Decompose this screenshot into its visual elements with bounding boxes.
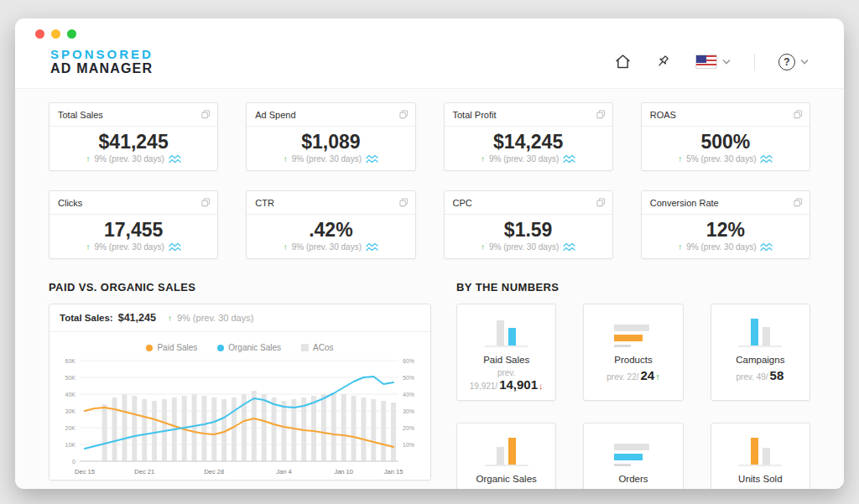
- legend-dot-paid: [146, 345, 153, 351]
- minimize-window-button[interactable]: [51, 29, 60, 39]
- legend-label: Paid Sales: [157, 343, 197, 352]
- prev-value: prev. 49/: [736, 372, 768, 382]
- svg-text:40K: 40K: [65, 392, 76, 397]
- kpi-card-conversion-rate: Conversion Rate 12% ↑ 9% (prev. 30 days): [641, 190, 810, 259]
- sparkline-icon: [563, 154, 575, 164]
- sparkline-icon: [563, 242, 575, 252]
- prev-value: prev. 20,143/: [470, 487, 516, 489]
- copy-icon[interactable]: [794, 195, 803, 210]
- number-card-title: Campaigns: [716, 355, 804, 365]
- app-window: SPONSORED AD MANAGER: [15, 18, 844, 489]
- trend-up-arrow: ↑: [678, 242, 682, 252]
- kpi-card-total-profit: Total Profit $14,245 ↑ 9% (prev. 30 days…: [444, 102, 613, 171]
- svg-text:50K: 50K: [65, 375, 76, 381]
- svg-text:Jan 10: Jan 10: [334, 468, 353, 475]
- svg-text:40%: 40%: [403, 392, 414, 397]
- copy-icon[interactable]: [596, 107, 606, 122]
- logo-line-2: AD MANAGER: [50, 61, 154, 76]
- svg-text:10%: 10%: [403, 442, 414, 448]
- number-card-campaigns: Campaigns prev. 49/58: [711, 304, 810, 401]
- svg-text:Dec 15: Dec 15: [75, 468, 95, 475]
- header-divider: [754, 54, 755, 70]
- copy-icon[interactable]: [399, 195, 409, 210]
- legend-dot-organic: [217, 345, 224, 351]
- kpi-title: Total Sales: [58, 110, 103, 120]
- svg-text:10K: 10K: [65, 442, 76, 448]
- current-value: 24: [640, 368, 654, 382]
- kpi-card-clicks: Clicks 17,455 ↑ 9% (prev. 30 days): [49, 190, 218, 259]
- trend-up-arrow: ↑: [168, 314, 172, 323]
- maximize-window-button[interactable]: [67, 29, 76, 39]
- chart-summary-value: $41,245: [118, 312, 156, 324]
- kpi-card-ctr: CTR .42% ↑ 9% (prev. 30 days): [246, 190, 415, 259]
- kpi-title: Clicks: [58, 198, 82, 208]
- dashboard-body: Total Sales $41,245 ↑ 9% (prev. 30 days)…: [15, 89, 844, 489]
- kpi-card-cpc: CPC $1.59 ↑ 9% (prev. 30 days): [444, 190, 613, 259]
- copy-icon[interactable]: [794, 107, 803, 122]
- kpi-title: CPC: [453, 198, 472, 208]
- copy-icon[interactable]: [399, 107, 409, 122]
- pin-button[interactable]: [655, 54, 672, 70]
- kpi-value: 17,455: [49, 215, 217, 242]
- kpi-change: 9% (prev. 30 days): [95, 242, 164, 252]
- number-card-title: Units Sold: [716, 474, 804, 484]
- svg-text:30K: 30K: [65, 408, 76, 414]
- kpi-card-roas: ROAS 500% ↑ 5% (prev. 30 days): [641, 102, 810, 171]
- svg-text:60K: 60K: [65, 358, 76, 364]
- trend-up-arrow: ↑: [481, 154, 485, 164]
- mini-bar-chart: [738, 434, 782, 466]
- legend-item-acos[interactable]: ACos: [301, 343, 333, 352]
- kpi-value: 500%: [642, 127, 810, 154]
- prev-value: prev. 22/: [607, 372, 638, 382]
- kpi-change: 5% (prev. 30 days): [686, 154, 756, 164]
- trend-up-arrow: ↑: [86, 154, 91, 164]
- chart-legend: Paid Sales Organic Sales ACos: [49, 332, 430, 352]
- copy-icon[interactable]: [201, 195, 211, 210]
- trend-arrow: ↓: [539, 381, 544, 391]
- sparkline-icon: [366, 154, 378, 164]
- svg-text:0: 0: [72, 459, 75, 465]
- pin-icon: [655, 54, 672, 70]
- kpi-card-ad-spend: Ad Spend $1,089 ↑ 9% (prev. 30 days): [246, 102, 415, 171]
- number-card-title: Paid Sales: [462, 355, 550, 365]
- app-logo: SPONSORED AD MANAGER: [50, 47, 154, 76]
- trend-up-arrow: ↑: [284, 154, 288, 164]
- mini-bar-chart: [614, 315, 653, 347]
- kpi-change: 9% (prev. 30 days): [292, 154, 362, 164]
- number-card-title: Organic Sales: [462, 474, 550, 484]
- current-value: 3,214: [638, 487, 669, 489]
- number-card-units-sold: Units Sold prev. 6,785/4,353↓: [711, 423, 810, 489]
- kpi-change: 9% (prev. 30 days): [686, 242, 756, 252]
- svg-text:20%: 20%: [403, 425, 414, 431]
- kpi-change: 9% (prev. 30 days): [489, 242, 559, 252]
- current-value: 58: [770, 368, 784, 382]
- chevron-down-icon: [800, 59, 809, 65]
- copy-icon[interactable]: [596, 195, 606, 210]
- kpi-value: 12%: [642, 215, 810, 242]
- trend-up-arrow: ↑: [481, 242, 485, 252]
- logo-line-1: SPONSORED: [50, 47, 154, 61]
- sparkline-icon: [169, 242, 181, 252]
- svg-text:60%: 60%: [403, 358, 414, 364]
- kpi-value: $41,245: [49, 127, 217, 154]
- copy-icon[interactable]: [201, 107, 211, 122]
- sparkline-icon: [760, 154, 773, 164]
- svg-text:20K: 20K: [65, 425, 76, 431]
- paid-vs-organic-chart: 010K20K30K40K50K60K10%20%30%40%50%60%Dec…: [49, 354, 430, 480]
- number-card-title: Orders: [589, 474, 677, 484]
- close-window-button[interactable]: [35, 29, 44, 39]
- legend-item-paid-sales[interactable]: Paid Sales: [146, 343, 197, 352]
- trend-up-arrow: ↑: [284, 242, 288, 252]
- app-header: SPONSORED AD MANAGER: [15, 40, 844, 89]
- kpi-title: Ad Spend: [255, 110, 295, 120]
- kpi-change: 9% (prev. 30 days): [292, 242, 362, 252]
- mini-bar-chart: [485, 315, 528, 347]
- chevron-down-icon: [722, 59, 731, 65]
- home-button[interactable]: [614, 53, 632, 70]
- legend-item-organic-sales[interactable]: Organic Sales: [217, 343, 281, 352]
- trend-up-arrow: ↑: [86, 242, 91, 252]
- language-selector[interactable]: [695, 55, 731, 69]
- sparkline-icon: [169, 154, 181, 164]
- kpi-change: 9% (prev. 30 days): [489, 154, 559, 164]
- help-menu[interactable]: ?: [778, 54, 809, 70]
